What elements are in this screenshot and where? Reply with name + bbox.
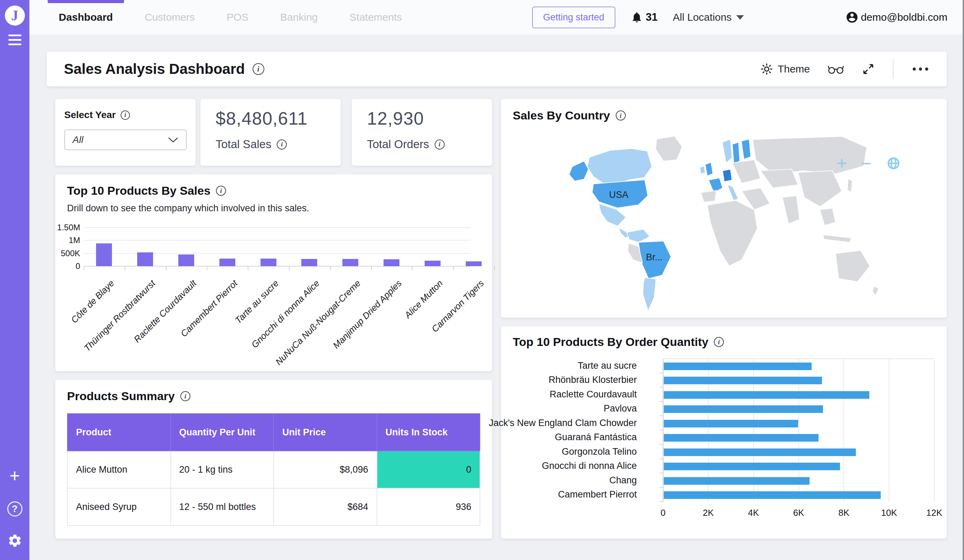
user-account[interactable]: demo@boldbi.com — [845, 11, 948, 24]
map-country-indonesia — [823, 235, 851, 242]
x-axis-tick-label: 12K — [927, 508, 942, 518]
tab-pos[interactable]: POS — [227, 0, 248, 34]
sales-bar-raclette-courdavault[interactable] — [178, 255, 194, 266]
qty-bar-guaran-fant-stica[interactable] — [664, 434, 819, 442]
year-dropdown[interactable]: All — [64, 130, 187, 150]
map-country-norway — [722, 139, 732, 163]
sun-icon — [760, 63, 773, 75]
total-orders-info-icon[interactable]: i — [435, 140, 445, 149]
map-country-alaska — [569, 161, 588, 181]
sales-chart-title: Top 10 Products By Sales — [67, 184, 210, 198]
y-axis-tick — [659, 373, 663, 373]
help-icon[interactable]: ? — [7, 501, 23, 516]
theme-button[interactable]: Theme — [760, 63, 810, 75]
qty-bar-gorgonzola-telino[interactable] — [664, 448, 856, 456]
notifications[interactable]: 31 — [630, 11, 658, 23]
qty-bar-jack-s-new-england-clam-chowder[interactable] — [664, 420, 798, 427]
dropdown-chevron-icon — [168, 137, 178, 143]
sales-bar-manjimup-dried-apples[interactable] — [384, 259, 399, 266]
x-axis-tick — [412, 266, 412, 270]
qty-bar-gnocchi-di-nonna-alice[interactable] — [664, 463, 840, 470]
qty-category-label: Gnocchi di nonna Alice — [542, 461, 637, 471]
toolbar-divider — [893, 59, 894, 79]
settings-gear-icon[interactable] — [7, 533, 23, 548]
sales-bar-alice-mutton[interactable] — [425, 261, 441, 266]
user-avatar-icon — [845, 11, 859, 24]
total-sales-label: Total Sales — [216, 138, 271, 151]
plus-icon[interactable]: + — [9, 467, 20, 485]
qty-category-label: Pavlova — [604, 403, 637, 414]
more-options-icon[interactable] — [912, 67, 930, 71]
qty-bar-camembert-pierrot[interactable] — [664, 491, 881, 499]
map-zoom-in-icon[interactable]: + — [837, 154, 847, 172]
map-country-centralasia — [760, 169, 798, 188]
location-selector-value: All Locations — [673, 11, 731, 23]
sales-bar-camembert-pierrot[interactable] — [220, 259, 235, 266]
menu-icon[interactable] — [8, 34, 21, 45]
map-country-colombia — [627, 229, 650, 242]
location-selector[interactable]: All Locations — [673, 11, 744, 23]
map-country-uk — [705, 162, 713, 176]
tab-banking[interactable]: Banking — [280, 0, 318, 34]
y-axis-tick-label: 0 — [76, 261, 84, 271]
qty-category-label: Camembert Pierrot — [558, 489, 637, 500]
map-label-brazil: Br... — [646, 252, 663, 262]
select-year-info-icon[interactable]: i — [120, 110, 130, 120]
qty-category-label: Guaraná Fantástica — [555, 432, 637, 443]
table-row: Alice Mutton20 - 1 kg tins$8,0960 — [67, 451, 480, 488]
app-sidebar: J + ? — [0, 0, 29, 560]
qty-bar-chang[interactable] — [664, 477, 809, 485]
title-info-icon[interactable]: i — [252, 63, 264, 75]
qty-bar-pavlova[interactable] — [664, 405, 823, 413]
window-right-edge — [962, 0, 964, 560]
sales-bar-th-ringer-rostbratwurst[interactable] — [137, 252, 153, 266]
x-gridline — [843, 359, 844, 502]
nav-tabs: DashboardCustomersPOSBankingStatements — [59, 0, 402, 34]
map-country-africa — [707, 201, 757, 266]
y-axis-tick — [659, 472, 663, 473]
tab-dashboard[interactable]: Dashboard — [59, 0, 113, 34]
qty-bar-raclette-courdavault[interactable] — [664, 391, 870, 399]
x-axis-tick-label: 2K — [703, 508, 714, 518]
x-axis-tick — [207, 266, 207, 270]
sales-bar-c-te-de-blaye[interactable] — [96, 243, 112, 266]
x-axis-tick — [166, 266, 166, 270]
getting-started-button[interactable]: Getting started — [532, 6, 616, 28]
x-axis-category-label: NuNuCa Nuß-Nougat-Creme — [273, 278, 363, 367]
sales-bar-carnarvon-tigers[interactable] — [466, 261, 482, 266]
table-cell: 936 — [377, 488, 480, 526]
qty-bar-tarte-au-sucre[interactable] — [664, 362, 812, 370]
qty-chart-info-icon[interactable]: i — [714, 337, 724, 347]
sales-bar-tarte-au-sucre[interactable] — [261, 259, 277, 266]
map-country-japan — [848, 179, 852, 192]
products-summary-info-icon[interactable]: i — [180, 391, 191, 401]
sales-chart-info-icon[interactable]: i — [216, 186, 226, 196]
app-logo[interactable]: J — [5, 5, 25, 26]
map-country-argentina — [643, 278, 656, 311]
sales-bar-nunuca-nu-nougat-creme[interactable] — [342, 259, 358, 266]
tab-statements[interactable]: Statements — [350, 0, 402, 34]
sales-bar-gnocchi-di-nonna-alice[interactable] — [301, 259, 317, 266]
qty-category-label: Tarte au sucre — [578, 360, 637, 371]
x-axis-tick — [371, 266, 372, 270]
total-orders-card: 12,930 Total Orders i — [352, 99, 492, 166]
total-sales-info-icon[interactable]: i — [277, 140, 287, 149]
map-country-seasia — [820, 208, 835, 226]
tab-customers[interactable]: Customers — [145, 0, 195, 34]
x-gridline — [663, 359, 663, 502]
table-header-units-in-stock: Units In Stock — [377, 414, 480, 451]
qty-bar-rh-nbr-u-klosterbier[interactable] — [664, 377, 822, 384]
map-country-australia — [835, 250, 870, 282]
table-cell: 20 - 1 kg tins — [171, 451, 274, 488]
map-country-china — [798, 171, 842, 207]
world-map[interactable]: USA Br... — [501, 120, 947, 318]
y-axis-tick — [659, 416, 663, 416]
table-cell: 12 - 550 ml bottles — [171, 488, 274, 526]
map-globe-reset-icon[interactable] — [885, 155, 902, 172]
fullscreen-expand-icon[interactable] — [862, 62, 875, 76]
dashboard-title-bar: Sales Analysis Dashboard i Theme — [47, 52, 947, 86]
map-info-icon[interactable]: i — [616, 110, 626, 120]
map-zoom-out-icon[interactable]: − — [861, 154, 871, 172]
view-glasses-icon[interactable] — [828, 63, 844, 75]
y-axis-tick-label: 1M — [69, 235, 84, 245]
